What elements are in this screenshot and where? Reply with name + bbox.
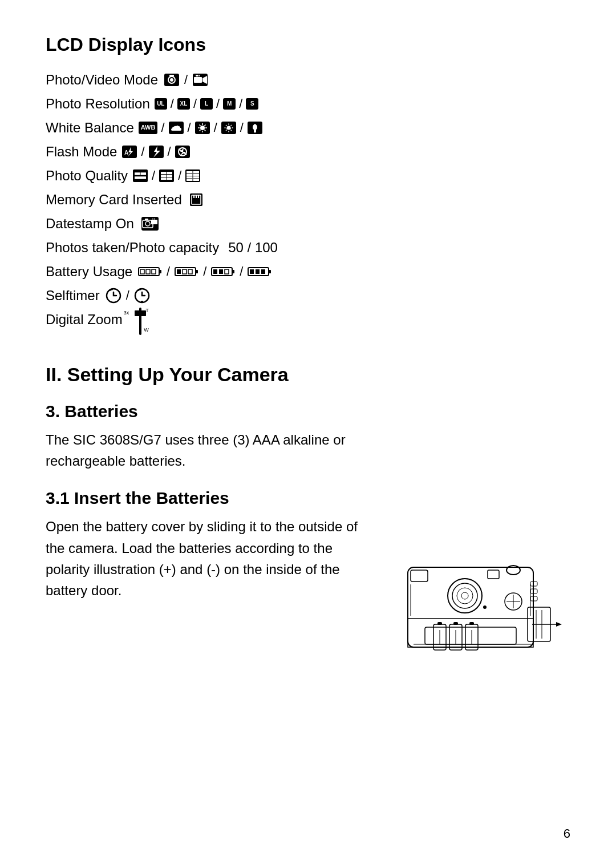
datestamp-icon <box>141 216 159 231</box>
row-label: Flash Mode <box>46 140 117 164</box>
flash-off-icon <box>175 145 191 159</box>
wb-indoor-icon <box>247 121 263 135</box>
svg-rect-92 <box>232 270 234 273</box>
svg-rect-32 <box>254 132 256 133</box>
battery-mid-icon <box>211 266 235 277</box>
insert-body: Open the battery cover by sliding it to … <box>46 516 365 601</box>
svg-rect-90 <box>188 269 192 274</box>
lcd-title: LCD Display Icons <box>46 34 570 55</box>
camera-video-icon <box>192 73 209 87</box>
selftimer-off-icon <box>134 288 150 304</box>
list-item: Selftimer / <box>46 284 570 308</box>
list-item: Photos taken/Photo capacity 50 / 100 <box>46 236 570 260</box>
svg-text:A: A <box>124 150 128 156</box>
svg-rect-100 <box>261 269 265 274</box>
battery-low-icon <box>175 266 198 277</box>
slash: / <box>240 261 243 283</box>
batteries-body: The SIC 3608S/G7 uses three (3) AAA alka… <box>46 429 388 471</box>
wb-cloud-icon <box>168 121 184 135</box>
svg-rect-105 <box>141 301 143 302</box>
svg-rect-98 <box>250 269 254 274</box>
quality-economy-icon <box>185 169 201 183</box>
row-label: Photo/Video Mode <box>46 68 158 92</box>
svg-rect-85 <box>152 269 156 274</box>
res-m-icon: M <box>223 98 236 110</box>
svg-rect-87 <box>196 270 198 273</box>
wb-fluor-icon <box>221 121 237 135</box>
svg-rect-31 <box>254 131 256 132</box>
page-number: 6 <box>564 826 570 841</box>
row-label: Digital Zoom <box>46 308 123 332</box>
flash-on-icon <box>148 145 164 159</box>
svg-rect-5 <box>194 77 202 83</box>
svg-rect-97 <box>269 270 271 273</box>
memory-card-icon <box>189 192 204 207</box>
setting-title: II. Setting Up Your Camera <box>46 364 570 386</box>
batteries-title: 3. Batteries <box>46 402 570 421</box>
slash: / <box>240 117 244 139</box>
insert-text-col: Open the battery cover by sliding it to … <box>46 516 365 618</box>
row-label: Memory Card Inserted <box>46 188 182 212</box>
list-item: Battery Usage / / <box>46 260 570 284</box>
camera-photo-icon <box>164 73 180 87</box>
svg-rect-84 <box>146 269 150 274</box>
svg-rect-113 <box>453 622 458 625</box>
battery-diagram-image <box>391 516 568 670</box>
slash: / <box>184 69 188 91</box>
svg-rect-124 <box>488 570 499 579</box>
svg-point-121 <box>461 592 468 599</box>
svg-rect-3 <box>169 75 174 76</box>
svg-point-11 <box>200 126 205 130</box>
quality-fine-icon <box>132 169 148 183</box>
list-item: Digital Zoom T W 3x <box>46 308 570 335</box>
flash-auto-icon: A <box>121 145 137 159</box>
battery-empty-icon <box>138 266 162 277</box>
quality-normal-icon <box>159 169 175 183</box>
list-item: Memory Card Inserted <box>46 188 570 212</box>
svg-rect-110 <box>437 622 442 625</box>
row-label: Photo Resolution <box>46 92 150 116</box>
slash: / <box>203 261 206 283</box>
svg-rect-94 <box>219 269 223 274</box>
svg-rect-99 <box>256 269 260 274</box>
svg-point-2 <box>170 78 173 82</box>
selftimer-on-icon <box>106 288 121 304</box>
slash: / <box>126 285 129 307</box>
wb-sun-icon <box>194 121 210 135</box>
list-item: Datestamp On <box>46 212 570 236</box>
slash: / <box>193 93 197 115</box>
svg-line-27 <box>230 130 232 131</box>
svg-rect-7 <box>196 75 200 76</box>
battery-diagram-col <box>388 516 570 670</box>
svg-rect-74 <box>145 219 148 220</box>
row-label: White Balance <box>46 116 134 140</box>
list-item: Photo Resolution UL / XL / L / M / S <box>46 92 570 116</box>
slash: / <box>171 93 174 115</box>
row-label: Selftimer <box>46 284 100 308</box>
slash: / <box>167 261 170 283</box>
svg-line-29 <box>226 130 227 131</box>
photos-value: 50 / 100 <box>228 236 278 260</box>
bottom-section: Open the battery cover by sliding it to … <box>46 516 570 670</box>
svg-rect-83 <box>140 269 144 274</box>
row-label: Photo Quality <box>46 164 128 188</box>
svg-rect-93 <box>213 269 217 274</box>
svg-rect-116 <box>469 622 474 625</box>
svg-rect-89 <box>183 269 187 274</box>
row-label: Datestamp On <box>46 212 134 236</box>
res-ul-icon: UL <box>155 98 167 110</box>
svg-rect-68 <box>193 195 194 198</box>
slash: / <box>188 117 191 139</box>
svg-rect-70 <box>198 195 199 198</box>
svg-rect-44 <box>135 176 146 179</box>
list-item: Flash Mode A / / <box>46 140 570 164</box>
svg-point-119 <box>452 583 477 608</box>
slash: / <box>178 165 181 187</box>
row-label: Battery Usage <box>46 260 132 284</box>
svg-rect-76 <box>151 218 157 220</box>
slash: / <box>161 117 164 139</box>
res-l-icon: L <box>200 98 213 110</box>
svg-rect-108 <box>425 627 516 644</box>
list-item: Photo/Video Mode / <box>46 68 570 92</box>
icon-list: Photo/Video Mode / Photo Resolution <box>46 68 570 335</box>
